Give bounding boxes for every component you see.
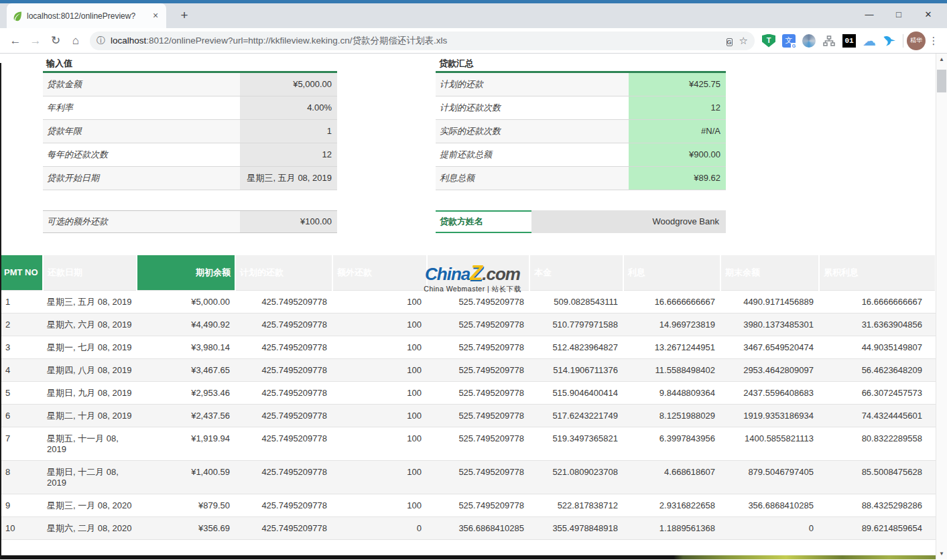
window-close-button[interactable]: ✕ bbox=[913, 5, 943, 25]
cell: ¥356.69 bbox=[137, 516, 235, 539]
summary-section-title: 贷款汇总 bbox=[436, 56, 726, 73]
new-tab-button[interactable]: + bbox=[176, 8, 193, 24]
table-row: 利息总额 ¥89.62 bbox=[436, 167, 726, 190]
reload-icon[interactable]: ↻ bbox=[46, 31, 66, 51]
cell: 525.7495209778 bbox=[427, 427, 529, 460]
kv-value: 星期三, 五月 08, 2019 bbox=[240, 167, 337, 190]
cell: 100 bbox=[332, 494, 427, 516]
table-row: 6 星期二, 十月 08, 2019 ¥2,437.56 425.7495209… bbox=[0, 404, 936, 427]
cell: 星期三, 一月 08, 2020 bbox=[43, 494, 137, 516]
column-header: 利息 bbox=[623, 255, 720, 290]
tampermonkey-extension-icon[interactable]: T bbox=[759, 31, 779, 51]
scrollbar[interactable]: ▲ ▼ bbox=[936, 54, 947, 559]
cell: 星期三, 五月 08, 2019 bbox=[43, 290, 137, 313]
extra-payment-value: ¥100.00 bbox=[240, 211, 337, 232]
url-text[interactable]: localhost:8012/onlinePreview?url=http://… bbox=[111, 35, 720, 47]
kv-label: 计划的还款次数 bbox=[436, 96, 629, 119]
cell: 13.2671244951 bbox=[623, 336, 720, 358]
cell: 425.7495209778 bbox=[235, 404, 332, 427]
bird-extension-icon[interactable] bbox=[879, 31, 899, 51]
cell: 525.7495209778 bbox=[427, 381, 529, 404]
cell: 517.6243221749 bbox=[529, 404, 623, 427]
cell: 100 bbox=[332, 358, 427, 381]
table-row: 每年的还款次数 12 bbox=[43, 143, 337, 167]
cell: 星期六, 二月 08, 2020 bbox=[43, 516, 137, 539]
cell: 2437.5596408683 bbox=[720, 381, 819, 404]
address-bar[interactable]: ⓘ localhost:8012/onlinePreview?url=http:… bbox=[90, 31, 755, 50]
cell: 510.7797971588 bbox=[529, 313, 623, 336]
bookmark-star-icon[interactable]: ☆ bbox=[739, 35, 748, 47]
window-minimize-button[interactable]: — bbox=[855, 5, 884, 25]
cell: 3980.1373485301 bbox=[720, 313, 819, 336]
cell: 14.969723819 bbox=[623, 313, 720, 336]
browser-tab[interactable]: localhost:8012/onlinePreview? × bbox=[7, 3, 166, 28]
profile-avatar[interactable]: 精华 bbox=[907, 31, 926, 50]
cell: 100 bbox=[332, 381, 427, 404]
kv-value: 12 bbox=[629, 96, 726, 119]
chinaz-watermark: ChinaZ.com China Webmaster | 站长下载 bbox=[394, 263, 551, 293]
cell: 9.8448809364 bbox=[623, 381, 720, 404]
cell: 525.7495209778 bbox=[427, 336, 529, 358]
cell: 7 bbox=[0, 427, 43, 460]
cell: 5 bbox=[0, 381, 43, 404]
table-row: 4 星期四, 八月 08, 2019 ¥3,467.65 425.7495209… bbox=[0, 358, 936, 381]
column-header: 还款日期 bbox=[43, 255, 137, 290]
cell: 星期二, 十月 08, 2019 bbox=[43, 404, 137, 427]
scroll-up-icon[interactable]: ▲ bbox=[936, 54, 947, 65]
window-controls: — □ ✕ bbox=[855, 5, 943, 25]
forward-icon[interactable]: → bbox=[25, 31, 46, 51]
page-info-icon[interactable]: ⓘ bbox=[97, 35, 105, 47]
bottom-strip bbox=[0, 555, 936, 559]
cell: 6.3997843956 bbox=[623, 427, 720, 460]
kv-label: 提前还款总额 bbox=[436, 143, 629, 166]
cell: ¥3,980.14 bbox=[137, 336, 235, 358]
cell: 3 bbox=[0, 336, 43, 358]
cell: 356.6868410285 bbox=[720, 494, 819, 516]
translate-extension-icon[interactable]: 文G bbox=[779, 31, 799, 51]
window-maximize-button[interactable]: □ bbox=[884, 5, 913, 25]
extra-payment-label: 可选的额外还款 bbox=[43, 211, 240, 232]
cell: 425.7495209778 bbox=[235, 358, 332, 381]
back-icon[interactable]: ← bbox=[5, 31, 25, 51]
cell: 100 bbox=[332, 404, 427, 427]
cell: 0 bbox=[720, 516, 819, 539]
translate-icon[interactable]: G bbox=[727, 35, 733, 46]
kv-label: 每年的还款次数 bbox=[43, 143, 240, 166]
kv-label: 实际的还款次数 bbox=[436, 120, 629, 143]
kv-value: #N/A bbox=[629, 120, 726, 143]
cell: 10 bbox=[0, 516, 43, 539]
scroll-thumb[interactable] bbox=[937, 70, 946, 92]
cell: 56.4623648209 bbox=[819, 358, 936, 381]
column-header: 累积利息 bbox=[819, 255, 936, 290]
toolbar-separator bbox=[903, 34, 903, 48]
cell: 509.0828543111 bbox=[529, 290, 623, 313]
content-left-edge bbox=[0, 63, 1, 559]
kv-value: 4.00% bbox=[240, 96, 337, 119]
cloud-extension-icon[interactable]: ☁ bbox=[859, 31, 879, 51]
input-table: 贷款金额 ¥5,000.00 年利率 4.00% 贷款年限 1 每年的 bbox=[43, 73, 337, 190]
url-path: :8012/onlinePreview?url=http://kkfilevie… bbox=[146, 36, 447, 46]
01-extension-icon[interactable]: 01 bbox=[839, 31, 859, 51]
column-header: PMT NO bbox=[0, 255, 43, 290]
cell: 425.7495209778 bbox=[235, 336, 332, 358]
kv-value: 1 bbox=[240, 120, 337, 143]
tab-close-icon[interactable]: × bbox=[150, 11, 161, 21]
table-row: 9 星期三, 一月 08, 2020 ¥879.50 425.749520977… bbox=[0, 494, 936, 516]
browser-menu-icon[interactable]: ⋮ bbox=[926, 31, 942, 51]
cell: 11.5588498402 bbox=[623, 358, 720, 381]
cell: ¥4,490.92 bbox=[137, 313, 235, 336]
sitemap-extension-icon[interactable] bbox=[819, 31, 839, 51]
cell: ¥1,400.59 bbox=[137, 460, 235, 494]
cell: 522.817838712 bbox=[529, 494, 623, 516]
cell: 88.4325298286 bbox=[819, 494, 936, 516]
cell: 425.7495209778 bbox=[235, 460, 332, 494]
cell: 星期日, 十二月 08, 2019 bbox=[43, 460, 137, 494]
cell: 525.7495209778 bbox=[427, 494, 529, 516]
home-icon[interactable]: ⌂ bbox=[66, 31, 86, 51]
cell: 425.7495209778 bbox=[235, 494, 332, 516]
swirl-extension-icon[interactable] bbox=[799, 31, 819, 51]
table-row: 10 星期六, 二月 08, 2020 ¥356.69 425.74952097… bbox=[0, 516, 936, 539]
file-preview-content: 输入值 贷款金额 ¥5,000.00 年利率 4.00% 贷款年限 bbox=[0, 54, 947, 559]
cell: 514.1906711376 bbox=[529, 358, 623, 381]
scroll-down-icon[interactable]: ▼ bbox=[936, 548, 947, 559]
